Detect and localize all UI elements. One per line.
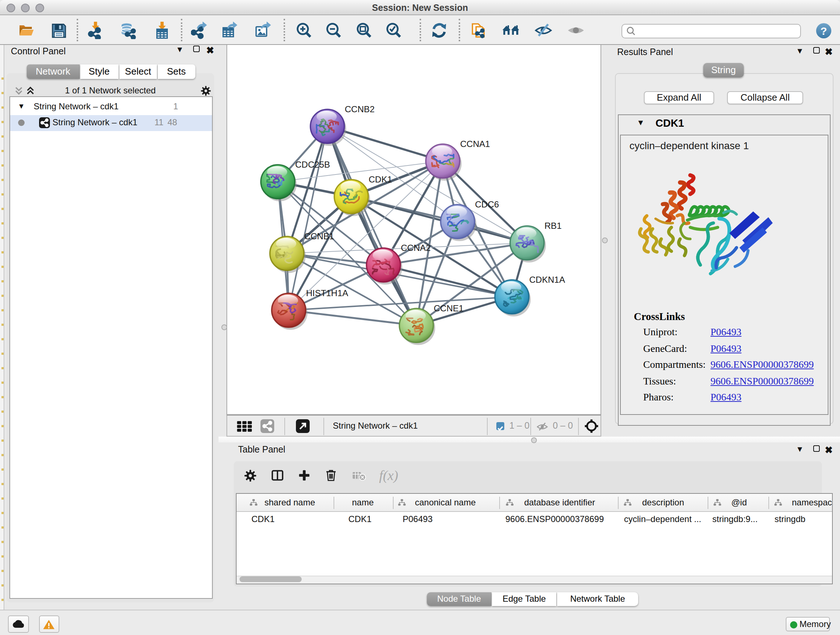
- svg-text:HIST1H1A: HIST1H1A: [306, 288, 348, 298]
- svg-text:CCNE1: CCNE1: [434, 303, 464, 313]
- svg-text:CCNA2: CCNA2: [401, 243, 431, 253]
- svg-text:CCNB2: CCNB2: [345, 104, 375, 114]
- svg-text:CDK1: CDK1: [369, 174, 392, 184]
- svg-text:RB1: RB1: [545, 221, 561, 231]
- svg-text:CCNA1: CCNA1: [460, 139, 490, 149]
- svg-text:CDC6: CDC6: [475, 200, 499, 209]
- svg-text:CCNB1: CCNB1: [304, 231, 334, 241]
- svg-text:CDC25B: CDC25B: [295, 160, 330, 169]
- svg-text:CDKN1A: CDKN1A: [529, 275, 565, 285]
